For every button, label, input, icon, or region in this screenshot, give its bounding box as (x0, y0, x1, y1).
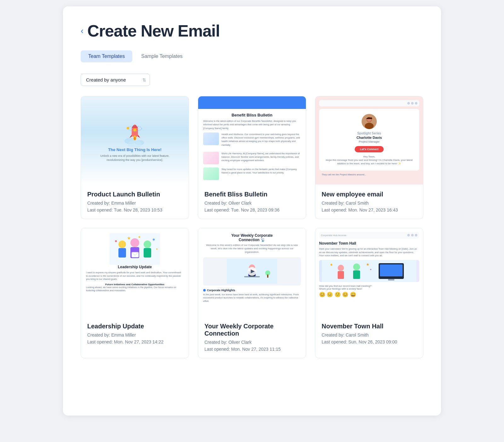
svg-point-7 (134, 137, 136, 140)
preview-section-3: Stay tuned for more updates on the fanta… (203, 167, 301, 180)
svg-text:★: ★ (138, 235, 141, 239)
preview-avatar (362, 114, 377, 129)
template-preview-4: ★ ★ Leadership Update I want to express … (81, 228, 189, 316)
card-name: Your Weekly Corporate Connection (204, 323, 300, 337)
preview-leadership-body: I want to express my sincere gratitude f… (86, 271, 184, 281)
rocket-icon (124, 119, 146, 147)
svg-point-45 (330, 264, 332, 266)
preview-emoji-row: 😊 😐 😕 😊 😄 (319, 292, 419, 298)
preview-section-header: Future Initiatives and Collaborative Opp… (105, 283, 164, 286)
card-name: Leadership Update (87, 323, 182, 330)
card-creator: Created by: Carol Smith (322, 201, 417, 206)
svg-point-15 (118, 241, 126, 248)
card-name: Benefit Bliss Bulletin (204, 191, 300, 198)
template-card[interactable]: The Next Big Thing Is Here! Unlock a new… (81, 96, 189, 219)
townhall-svg: ★ (319, 260, 419, 282)
filter-select-wrapper: Created by anyoneCreated by me (81, 74, 150, 86)
preview-browser-bar (319, 100, 419, 106)
back-icon[interactable]: ‹ (81, 26, 83, 36)
card-info: Your Weekly Corporate Connection Created… (198, 316, 306, 358)
preview-dot (415, 234, 417, 236)
preview-headline: The Next Big Thing Is Here! (108, 147, 162, 152)
preview-dot (415, 102, 417, 105)
templates-grid: The Next Big Thing Is Here! Unlock a new… (81, 96, 423, 358)
template-card[interactable]: Corporate Hub Access November Town Hall … (315, 228, 423, 358)
card-info: New employee email Created by: Carol Smi… (315, 184, 423, 219)
svg-point-24 (115, 240, 117, 242)
card-date: Last opened: Mon. Nov 27, 2023 16:43 (322, 207, 417, 212)
svg-rect-39 (380, 264, 403, 276)
card-info: Benefit Bliss Bulletin Created by: Olive… (198, 184, 306, 219)
tabs-row: Team Templates Sample Templates (81, 50, 423, 62)
card-creator: Created by: Emma Miller (87, 332, 182, 337)
video-illustration (227, 259, 277, 284)
svg-rect-33 (267, 275, 268, 278)
svg-rect-16 (118, 248, 126, 258)
preview-browser-bar-2: Corporate Hub Access (319, 232, 419, 239)
card-creator: Created by: Oliver Clark (204, 340, 300, 345)
svg-point-9 (127, 127, 129, 129)
preview-url-bar: Corporate Hub Access (321, 234, 346, 237)
creator-filter[interactable]: Created by anyoneCreated by me (81, 74, 150, 86)
preview-highlights-text: In the past week, our teams have been ha… (203, 293, 301, 303)
preview-spotlight-card: Spotlight Series Charlotte Davis Project… (319, 109, 419, 171)
card-date: Last opened: Mon. Nov 27, 2023 14:22 (87, 339, 182, 344)
template-card[interactable]: Spotlight Series Charlotte Davis Project… (315, 96, 423, 219)
preview-dot (411, 234, 414, 236)
tab-team-templates[interactable]: Team Templates (81, 50, 132, 62)
svg-point-17 (130, 238, 139, 247)
svg-rect-42 (338, 271, 344, 279)
preview-initiatives-text: Looking ahead, we have some exciting ini… (86, 286, 184, 292)
preview-section-1: Health and Wellness. Our commitment to y… (203, 133, 301, 149)
svg-point-19 (144, 241, 151, 248)
preview-section-text: Health and Wellness. Our commitment to y… (221, 133, 301, 147)
template-preview-3: Spotlight Series Charlotte Davis Project… (315, 96, 423, 184)
preview-welcome-text: Hey Team,Hope this message finds you wel… (324, 155, 414, 166)
template-preview-2: Benefit Bliss Bulletin Welcome to the la… (198, 96, 306, 184)
spotlight-label: Spotlight Series (324, 132, 414, 135)
card-date: Last opened: Sun. Nov 26, 2023 09:00 (322, 339, 417, 344)
preview-connect-button: Let's Connect (355, 146, 383, 152)
preview-townhall-body: Mark your calendars! We're gearing up fo… (319, 247, 419, 258)
svg-point-12 (365, 123, 374, 129)
preview-townhall-title: November Town Hall (319, 241, 419, 246)
preview-employee-role: Project Manager (324, 140, 414, 143)
card-creator: Created by: Emma Miller (87, 201, 182, 206)
header-row: ‹ Create New Email (81, 21, 423, 40)
preview-section-img-2 (203, 152, 219, 164)
preview-video-thumbnail (203, 257, 301, 286)
preview-section-img-3 (203, 167, 219, 180)
preview-weekly-title: Your Weekly CorporateConnection 📡 (203, 233, 301, 242)
preview-townhall-illustration: ★ (319, 260, 419, 282)
preview-dot (407, 234, 410, 236)
template-card[interactable]: Benefit Bliss Bulletin Welcome to the la… (198, 96, 306, 219)
page-container: ‹ Create New Email Team Templates Sample… (63, 6, 441, 416)
template-card[interactable]: ★ ★ Leadership Update I want to express … (81, 228, 189, 358)
card-name: November Town Hall (322, 323, 417, 330)
card-creator: Created by: Oliver Clark (204, 201, 300, 206)
template-preview-5: Your Weekly CorporateConnection 📡 Welcom… (198, 228, 306, 316)
preview-title: Benefit Bliss Bulletin (203, 113, 301, 117)
svg-point-25 (153, 239, 155, 241)
card-info: Leadership Update Created by: Emma Mille… (81, 316, 189, 351)
preview-employee-name: Charlotte Davis (324, 136, 414, 139)
card-date: Last opened: Tue. Nov 28, 2023 09:36 (204, 207, 300, 212)
preview-dot (411, 102, 414, 105)
preview-dot (407, 102, 410, 105)
template-card[interactable]: Your Weekly CorporateConnection 📡 Welcom… (198, 228, 306, 358)
svg-point-41 (338, 265, 344, 271)
preview-section-img (203, 133, 219, 145)
preview-weekly-subtitle: Welcome to this week's edition of our Co… (203, 243, 301, 254)
preview-question-text: How did you find our recent town hall me… (319, 285, 419, 290)
card-date: Last opened: Mon. Nov 27, 2023 11:15 (204, 347, 300, 352)
svg-point-46 (370, 269, 371, 270)
page-title: Create New Email (87, 21, 220, 40)
card-info: November Town Hall Created by: Carol Smi… (315, 316, 423, 351)
card-creator: Created by: Carol Smith (322, 332, 417, 337)
svg-rect-40 (388, 279, 394, 280)
card-date: Last opened: Tue. Nov 28, 2023 10:53 (87, 207, 182, 212)
preview-section-2: Work-Life Harmony. At [Company Name], we… (203, 152, 301, 165)
svg-point-43 (353, 264, 360, 270)
svg-text:★: ★ (366, 262, 369, 267)
tab-sample-templates[interactable]: Sample Templates (134, 50, 190, 62)
